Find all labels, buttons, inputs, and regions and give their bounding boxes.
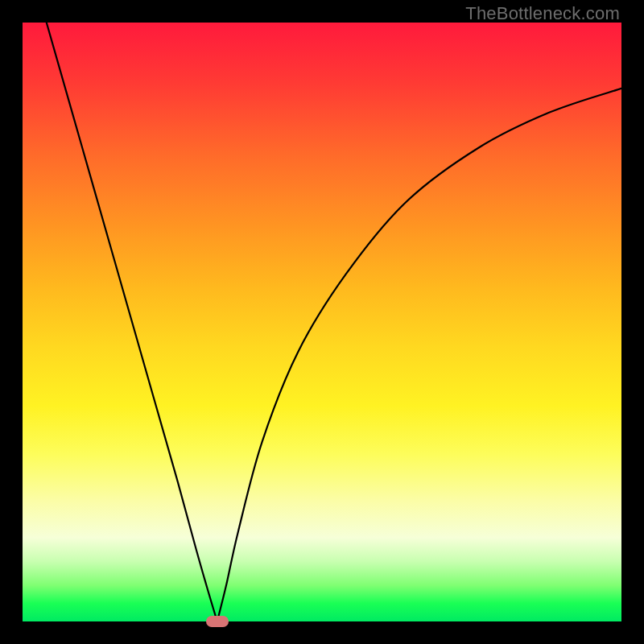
- curve-right: [217, 89, 621, 621]
- curve-svg: [23, 23, 621, 621]
- watermark-text: TheBottleneck.com: [465, 3, 620, 24]
- plot-area: [23, 23, 621, 621]
- curve-left: [47, 23, 217, 621]
- chart-frame: TheBottleneck.com: [0, 0, 644, 644]
- vertex-marker: [206, 616, 229, 627]
